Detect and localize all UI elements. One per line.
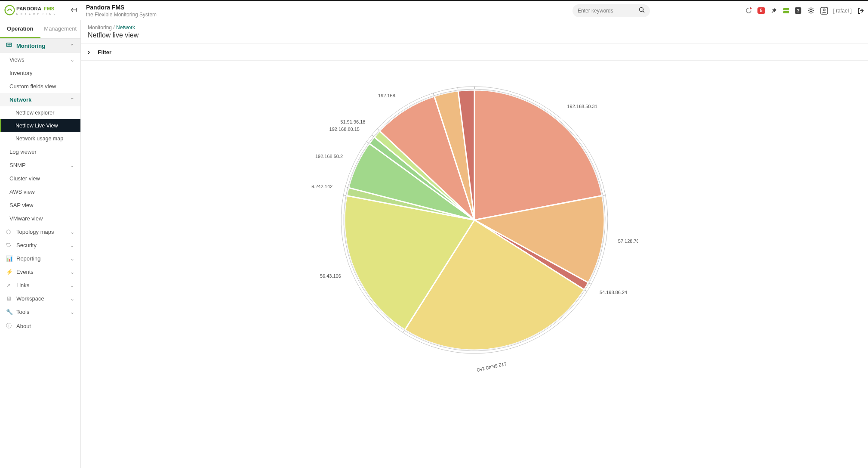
chevron-up-icon: ⌃ xyxy=(70,97,74,103)
sidebar-item-sap[interactable]: SAP view xyxy=(0,198,80,212)
sidebar-item-vmware[interactable]: VMware view xyxy=(0,212,80,225)
status-icon[interactable] xyxy=(783,8,789,13)
sidebar-item-monitoring[interactable]: Monitoring ⌃ xyxy=(0,39,80,53)
tab-management[interactable]: Management xyxy=(40,20,81,38)
breadcrumb-root[interactable]: Monitoring xyxy=(88,25,112,31)
sidebar-label: Monitoring xyxy=(16,43,45,49)
pie-slice-label: 57.128.70.138 xyxy=(618,239,638,244)
chevron-down-icon: ⌄ xyxy=(70,309,74,315)
header-actions: 5 ? [ rafael ] xyxy=(745,7,865,15)
logo: PANDORA FMS E N T E R P R I S E xyxy=(4,5,65,17)
pin-icon[interactable] xyxy=(770,7,778,15)
tab-operation[interactable]: Operation xyxy=(0,20,40,38)
topology-icon: ⬡ xyxy=(6,229,13,235)
sidebar-item-log-viewer[interactable]: Log viewer xyxy=(0,145,80,158)
info-icon: ⓘ xyxy=(6,322,13,330)
sidebar-item-network-usage[interactable]: Network usage map xyxy=(0,132,80,145)
sidebar-item-inventory[interactable]: Inventory xyxy=(0,66,80,80)
chart-icon: 📊 xyxy=(6,255,13,262)
chevron-down-icon: ⌄ xyxy=(70,256,74,262)
sidebar-item-workspace[interactable]: 🖥Workspace⌄ xyxy=(0,292,80,305)
svg-point-9 xyxy=(810,9,812,12)
chevron-down-icon: ⌄ xyxy=(70,282,74,288)
chevron-down-icon: ⌄ xyxy=(70,57,74,63)
chevron-down-icon: ⌄ xyxy=(70,296,74,302)
sidebar-item-views[interactable]: Views⌄ xyxy=(0,53,80,66)
svg-text:?: ? xyxy=(797,8,800,13)
sidebar-item-custom-fields[interactable]: Custom fields view xyxy=(0,80,80,93)
breadcrumb-leaf[interactable]: Network xyxy=(116,25,135,31)
app-header: PANDORA FMS E N T E R P R I S E Pandora … xyxy=(0,1,868,20)
main-content: Monitoring / Network Netflow live view ›… xyxy=(81,20,868,468)
app-subtitle: the Flexible Monitoring System xyxy=(86,12,157,18)
chart-container: 192.168.50.3157.128.70.13854.198.86.2417… xyxy=(81,61,868,397)
chevron-up-icon: ⌃ xyxy=(70,43,74,49)
pie-slice-label: 192.168. xyxy=(378,93,397,98)
gear-icon[interactable] xyxy=(807,7,815,15)
chevron-down-icon: ⌄ xyxy=(70,269,74,275)
svg-point-0 xyxy=(5,5,15,15)
sidebar-item-aws[interactable]: AWS view xyxy=(0,185,80,198)
sidebar-item-security[interactable]: 🛡Security⌄ xyxy=(0,239,80,252)
svg-text:E N T E R P R I S E: E N T E R P R I S E xyxy=(16,12,56,15)
link-icon: ↗ xyxy=(6,282,13,288)
monitor-icon xyxy=(6,42,13,50)
search-box[interactable] xyxy=(573,4,650,17)
sidebar-item-topology[interactable]: ⬡Topology maps⌄ xyxy=(0,225,80,239)
sidebar-item-cluster[interactable]: Cluster view xyxy=(0,172,80,185)
netflow-pie-chart[interactable]: 192.168.50.3157.128.70.13854.198.86.2417… xyxy=(311,69,638,379)
title-block: Pandora FMS the Flexible Monitoring Syst… xyxy=(81,4,157,18)
sidebar-tabs: Operation Management xyxy=(0,20,80,39)
sidebar-item-about[interactable]: ⓘAbout xyxy=(0,319,80,333)
pie-slice-label: 172.66.40.150 xyxy=(477,361,507,373)
svg-text:PANDORA: PANDORA xyxy=(16,6,42,11)
pie-slice-label: 192.168.80.15 xyxy=(329,127,360,132)
logout-icon[interactable] xyxy=(857,7,865,15)
refresh-icon[interactable] xyxy=(745,7,752,15)
sidebar-item-reporting[interactable]: 📊Reporting⌄ xyxy=(0,252,80,265)
logo-block: PANDORA FMS E N T E R P R I S E xyxy=(0,5,81,17)
help-icon[interactable]: ? xyxy=(794,7,802,15)
page-title: Netflow live view xyxy=(81,31,868,43)
filter-toggle[interactable]: › Filter xyxy=(81,43,868,61)
user-icon[interactable] xyxy=(820,7,828,15)
sidebar-item-snmp[interactable]: SNMP⌄ xyxy=(0,158,80,172)
sidebar-collapse-icon[interactable] xyxy=(71,7,77,14)
sidebar: Operation Management Monitoring ⌃ Views⌄… xyxy=(0,20,81,468)
chevron-down-icon: ⌄ xyxy=(70,229,74,235)
svg-point-11 xyxy=(823,9,825,11)
sidebar-item-events[interactable]: ⚡Events⌄ xyxy=(0,265,80,279)
sidebar-item-network[interactable]: Network⌃ xyxy=(0,93,80,106)
filter-label: Filter xyxy=(98,49,111,56)
sidebar-item-tools[interactable]: 🔧Tools⌄ xyxy=(0,305,80,319)
bolt-icon: ⚡ xyxy=(6,269,13,275)
chevron-down-icon: ⌄ xyxy=(70,242,74,248)
svg-point-6 xyxy=(750,8,751,9)
chevron-down-icon: ⌄ xyxy=(70,162,74,168)
sidebar-item-netflow-live[interactable]: Netflow Live View xyxy=(0,119,80,132)
sidebar-item-links[interactable]: ↗Links⌄ xyxy=(0,279,80,292)
svg-point-4 xyxy=(640,8,643,12)
user-label[interactable]: [ rafael ] xyxy=(833,8,852,14)
sidebar-item-netflow-explorer[interactable]: Netflow explorer xyxy=(0,106,80,119)
workspace-icon: 🖥 xyxy=(6,295,13,302)
svg-text:FMS: FMS xyxy=(44,6,55,11)
breadcrumb: Monitoring / Network xyxy=(81,20,868,31)
wrench-icon: 🔧 xyxy=(6,309,13,315)
shield-icon: 🛡 xyxy=(6,242,13,248)
pie-slice-label: 51.91.96.18 xyxy=(340,119,365,124)
search-input[interactable] xyxy=(578,8,636,14)
app-title: Pandora FMS xyxy=(86,4,157,11)
notification-badge[interactable]: 5 xyxy=(757,7,765,14)
chevron-right-icon: › xyxy=(88,48,90,56)
pie-slice-label: 192.168.50.2 xyxy=(315,154,343,159)
pie-slice-label: 56.43.106 xyxy=(320,273,341,279)
pie-slice-label: 146.59.242.142 xyxy=(311,184,332,189)
svg-line-5 xyxy=(643,11,645,13)
search-icon[interactable] xyxy=(639,7,645,14)
pie-slice-label: 54.198.86.24 xyxy=(600,290,627,295)
pie-slice-label: 192.168.50.31 xyxy=(567,104,597,109)
